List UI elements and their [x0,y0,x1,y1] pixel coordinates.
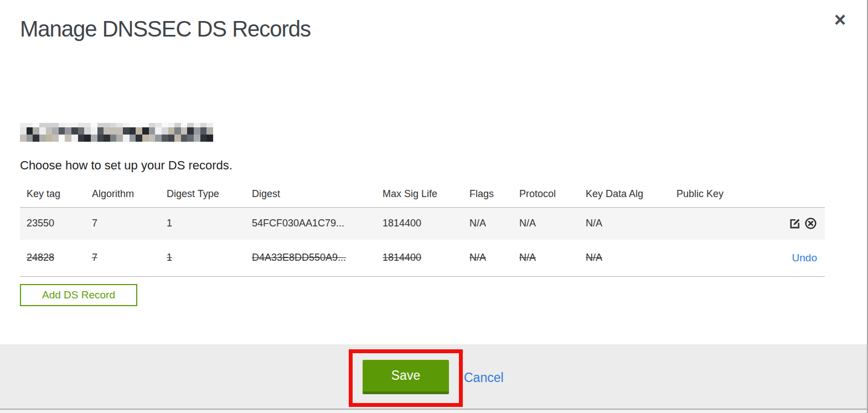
col-header-max-sig-life: Max Sig Life [376,182,463,207]
cell-key-tag: 23550 [20,207,85,240]
cell-protocol: N/A [513,207,579,240]
manage-dnssec-dialog: Manage DNSSEC DS Records × Choose how to… [0,0,868,413]
cell-flags: N/A [463,207,513,240]
ds-records-table: Key tag Algorithm Digest Type Digest Max… [20,182,825,277]
col-header-key-data-alg: Key Data Alg [579,182,670,207]
cell-max-sig-life: 1814400 [376,240,463,276]
cell-algorithm: 7 [85,240,160,276]
table-row-deleted: 24828 7 1 D4A33E8DD550A9... 1814400 N/A … [20,240,825,276]
col-header-actions [775,182,825,207]
close-icon[interactable]: × [834,10,846,30]
cancel-link[interactable]: Cancel [464,370,504,385]
row-actions [775,207,825,240]
cell-algorithm: 7 [85,207,160,240]
row-actions: Undo [775,240,825,276]
cell-key-data-alg: N/A [579,207,670,240]
col-header-flags: Flags [463,182,513,207]
cell-key-data-alg: N/A [579,240,670,276]
cell-key-tag: 24828 [20,240,85,276]
col-header-public-key: Public Key [670,182,775,207]
table-header-row: Key tag Algorithm Digest Type Digest Max… [20,182,825,207]
delete-circle-x-icon [804,223,817,231]
cell-protocol: N/A [513,240,579,276]
col-header-key-tag: Key tag [20,182,85,207]
window-bottom-edge [0,409,868,413]
cell-public-key [670,240,775,276]
add-ds-record-button[interactable]: Add DS Record [20,284,137,306]
col-header-digest: Digest [245,182,376,207]
table-row: 23550 7 1 54FCF030AA1C79... 1814400 N/A … [20,207,825,240]
cell-digest-type: 1 [160,240,245,276]
page-title: Manage DNSSEC DS Records [20,17,311,42]
save-button[interactable]: Save [363,360,449,394]
undo-link[interactable]: Undo [792,252,817,264]
cell-digest: 54FCF030AA1C79... [245,207,376,240]
redacted-domain-name [20,123,213,142]
col-header-algorithm: Algorithm [85,182,160,207]
cell-digest: D4A33E8DD550A9... [245,240,376,276]
cell-max-sig-life: 1814400 [376,207,463,240]
cell-public-key [670,207,775,240]
col-header-digest-type: Digest Type [160,182,245,207]
dialog-footer: Save Cancel [0,344,868,409]
cell-flags: N/A [463,240,513,276]
edit-icon [788,223,801,231]
col-header-protocol: Protocol [513,182,579,207]
edit-record-button[interactable] [788,217,801,230]
cell-digest-type: 1 [160,207,245,240]
instruction-text: Choose how to set up your DS records. [20,158,232,173]
delete-record-button[interactable] [804,217,817,230]
